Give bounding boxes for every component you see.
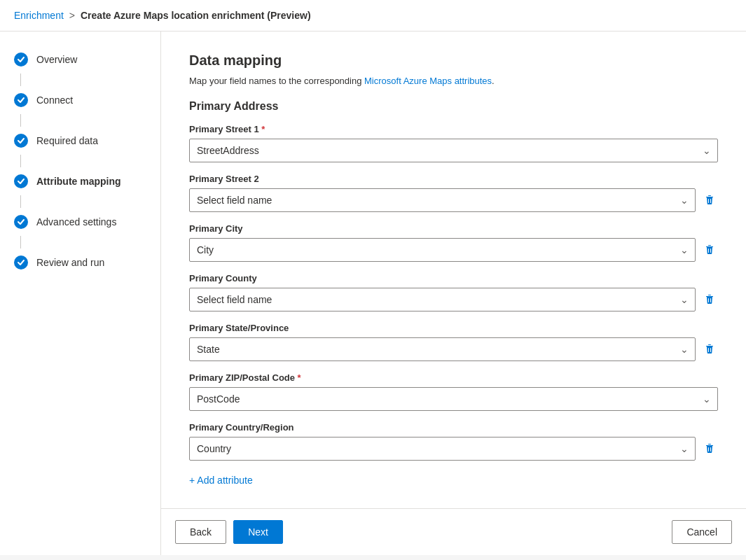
check-icon-review-and-run bbox=[14, 255, 28, 270]
footer: Back Next Cancel bbox=[161, 508, 746, 555]
sidebar-item-review-and-run[interactable]: Review and run bbox=[0, 248, 160, 276]
breadcrumb: Enrichment > Create Azure Maps location … bbox=[14, 10, 311, 21]
content-area: Data mapping Map your field names to the… bbox=[161, 31, 746, 555]
field-label-primary-street-2: Primary Street 2 bbox=[189, 174, 718, 184]
subtitle-text: Map your field names to the correspondin… bbox=[189, 76, 364, 86]
field-group-primary-street-1: Primary Street 1 * StreetAddress ⌄ bbox=[189, 124, 718, 162]
sidebar-label-advanced-settings: Advanced settings bbox=[36, 216, 116, 227]
section-subtitle: Map your field names to the correspondin… bbox=[189, 76, 718, 86]
back-button[interactable]: Back bbox=[175, 520, 226, 544]
sidebar-item-attribute-mapping[interactable]: Attribute mapping bbox=[0, 167, 160, 195]
field-row-primary-zip: PostCode ⌄ bbox=[189, 387, 718, 411]
field-group-primary-county: Primary County Select field name ⌄ bbox=[189, 273, 718, 312]
select-wrapper-zip: PostCode ⌄ bbox=[189, 387, 718, 411]
field-label-primary-state: Primary State/Province bbox=[189, 323, 718, 333]
field-label-primary-zip: Primary ZIP/Postal Code * bbox=[189, 372, 718, 383]
field-label-primary-street-1: Primary Street 1 * bbox=[189, 124, 718, 134]
cancel-button[interactable]: Cancel bbox=[672, 520, 732, 544]
sidebar-label-required-data: Required data bbox=[36, 135, 98, 146]
sidebar-label-overview: Overview bbox=[36, 54, 77, 65]
field-row-primary-street-2: Select field name ⌄ bbox=[189, 188, 718, 212]
field-group-primary-city: Primary City City ⌄ bbox=[189, 223, 718, 262]
field-row-primary-county: Select field name ⌄ bbox=[189, 288, 718, 312]
delete-button-street-2[interactable] bbox=[701, 192, 718, 209]
breadcrumb-separator: > bbox=[69, 10, 75, 21]
sidebar-item-advanced-settings[interactable]: Advanced settings bbox=[0, 208, 160, 236]
select-wrapper-city: City ⌄ bbox=[189, 238, 696, 262]
select-primary-street-2[interactable]: Select field name bbox=[189, 188, 696, 212]
add-attribute-button[interactable]: + Add attribute bbox=[189, 472, 253, 489]
select-wrapper-county: Select field name ⌄ bbox=[189, 288, 696, 312]
subtitle-end: . bbox=[492, 76, 495, 86]
sidebar-label-review-and-run: Review and run bbox=[36, 257, 104, 268]
sidebar-divider-4 bbox=[20, 195, 21, 208]
field-row-primary-state: State ⌄ bbox=[189, 337, 718, 361]
breadcrumb-enrichment-link[interactable]: Enrichment bbox=[14, 10, 64, 21]
delete-button-country[interactable] bbox=[701, 440, 718, 457]
sidebar: Overview Connect Required data Attribute… bbox=[0, 31, 161, 555]
field-group-primary-state: Primary State/Province State ⌄ bbox=[189, 323, 718, 361]
select-wrapper-state: State ⌄ bbox=[189, 337, 696, 361]
sidebar-item-connect[interactable]: Connect bbox=[0, 86, 160, 114]
field-group-primary-country: Primary Country/Region Country ⌄ bbox=[189, 422, 718, 461]
delete-button-county[interactable] bbox=[701, 291, 718, 308]
required-marker-street-1: * bbox=[261, 124, 265, 134]
select-wrapper-country: Country ⌄ bbox=[189, 437, 696, 461]
select-primary-zip[interactable]: PostCode bbox=[189, 387, 718, 411]
main-content: Data mapping Map your field names to the… bbox=[161, 31, 746, 508]
check-icon-attribute-mapping bbox=[14, 174, 28, 188]
check-icon-required-data bbox=[14, 134, 28, 148]
field-row-primary-street-1: StreetAddress ⌄ bbox=[189, 139, 718, 162]
check-icon-advanced-settings bbox=[14, 215, 28, 229]
check-icon-connect bbox=[14, 93, 28, 107]
select-primary-state[interactable]: State bbox=[189, 337, 696, 361]
check-icon-overview bbox=[14, 52, 28, 66]
select-wrapper-street-1: StreetAddress ⌄ bbox=[189, 139, 718, 162]
field-label-primary-city: Primary City bbox=[189, 223, 718, 234]
field-label-primary-country: Primary Country/Region bbox=[189, 422, 718, 433]
sidebar-divider-2 bbox=[20, 114, 21, 127]
breadcrumb-current-page: Create Azure Maps location enrichment (P… bbox=[81, 10, 311, 21]
field-row-primary-city: City ⌄ bbox=[189, 238, 718, 262]
field-group-primary-zip: Primary ZIP/Postal Code * PostCode ⌄ bbox=[189, 372, 718, 411]
sidebar-divider-1 bbox=[20, 74, 21, 86]
select-primary-country[interactable]: Country bbox=[189, 437, 696, 461]
footer-left-actions: Back Next bbox=[175, 520, 283, 544]
sidebar-item-overview[interactable]: Overview bbox=[0, 46, 160, 74]
next-button[interactable]: Next bbox=[233, 520, 283, 544]
sidebar-label-connect: Connect bbox=[36, 94, 73, 106]
field-label-primary-county: Primary County bbox=[189, 273, 718, 284]
header: Enrichment > Create Azure Maps location … bbox=[0, 0, 746, 31]
sidebar-label-attribute-mapping: Attribute mapping bbox=[36, 176, 121, 187]
select-primary-city[interactable]: City bbox=[189, 238, 696, 262]
delete-button-city[interactable] bbox=[701, 241, 718, 258]
main-layout: Overview Connect Required data Attribute… bbox=[0, 31, 746, 555]
sidebar-divider-5 bbox=[20, 236, 21, 248]
page-title: Data mapping bbox=[189, 52, 718, 69]
sidebar-item-required-data[interactable]: Required data bbox=[0, 127, 160, 155]
select-wrapper-street-2: Select field name ⌄ bbox=[189, 188, 696, 212]
primary-address-title: Primary Address bbox=[189, 100, 718, 113]
sidebar-divider-3 bbox=[20, 155, 21, 167]
select-primary-street-1[interactable]: StreetAddress bbox=[189, 139, 718, 162]
select-primary-county[interactable]: Select field name bbox=[189, 288, 696, 312]
field-group-primary-street-2: Primary Street 2 Select field name ⌄ bbox=[189, 174, 718, 212]
field-row-primary-country: Country ⌄ bbox=[189, 437, 718, 461]
delete-button-state[interactable] bbox=[701, 341, 718, 358]
azure-maps-link[interactable]: Microsoft Azure Maps attributes bbox=[364, 76, 492, 86]
required-marker-zip: * bbox=[298, 372, 301, 383]
